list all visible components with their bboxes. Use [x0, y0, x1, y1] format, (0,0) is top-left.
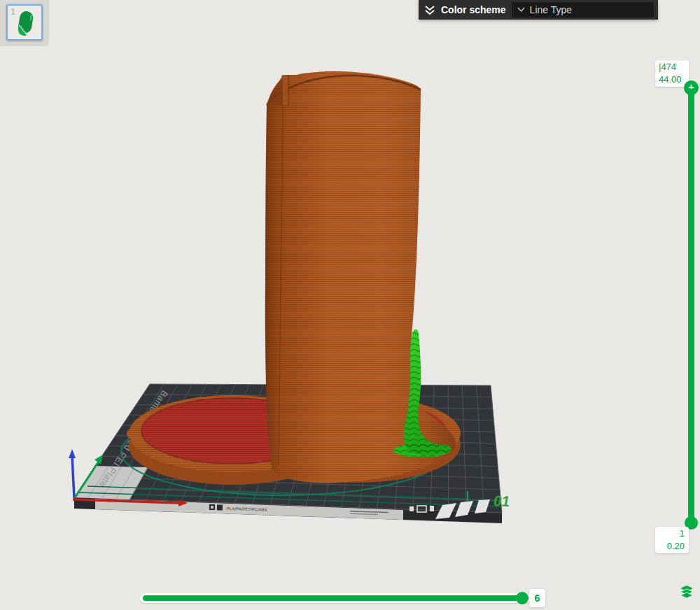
view-toolbar: Color scheme Line Type	[419, 0, 658, 20]
line-type-value: Line Type	[530, 4, 572, 15]
plate-number-marker: 01	[492, 492, 512, 509]
axis-z-arrow	[69, 449, 76, 458]
tube-notch	[282, 76, 288, 106]
step-slider-fill	[143, 595, 524, 601]
layer-slider-bottom-tooltip: 1 0.20	[655, 527, 689, 553]
layer-bottom-height: 0.20	[659, 540, 685, 553]
line-type-dropdown[interactable]: Line Type	[512, 2, 654, 17]
collapse-chevrons-icon[interactable]	[424, 5, 435, 15]
layer-top-value[interactable]: 474	[661, 62, 676, 72]
layer-bottom-value: 1	[659, 527, 685, 540]
layer-slider-top-tooltip: |474 44.00	[655, 60, 689, 87]
preview-viewport: Bambu Textured PEI Plate PLA/PA/PET/PC/A…	[0, 0, 700, 610]
plate-thumbnail[interactable]: 1	[6, 4, 43, 41]
model-tube	[265, 71, 456, 483]
layer-slider-track[interactable]	[688, 89, 694, 523]
tube-rim-facet	[267, 77, 284, 106]
step-slider-value: 6	[529, 589, 545, 607]
step-slider-handle[interactable]	[516, 592, 528, 604]
scene-3d[interactable]: Bambu Textured PEI Plate PLA/PA/PET/PC/A…	[0, 0, 700, 610]
layer-top-height: 44.00	[659, 73, 685, 86]
model-preview-icon	[8, 6, 42, 40]
color-scheme-label: Color scheme	[441, 4, 506, 15]
plate-selector-panel: 1	[0, 0, 49, 46]
chevron-down-icon	[517, 7, 525, 13]
axis-z	[72, 456, 74, 498]
layers-icon[interactable]	[679, 585, 694, 599]
